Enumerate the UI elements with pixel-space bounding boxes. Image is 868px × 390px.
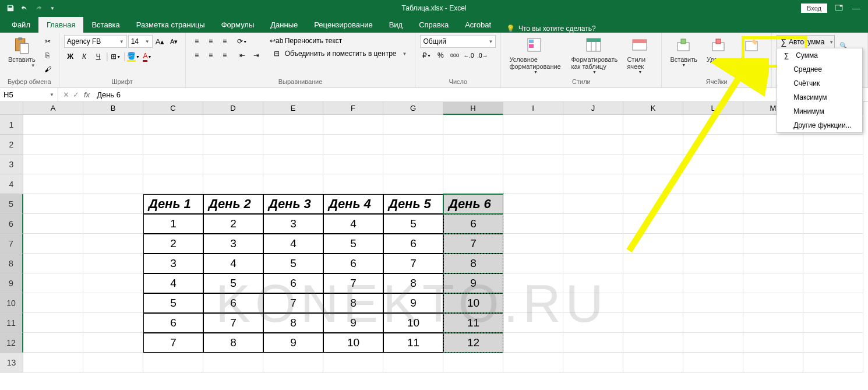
cell-D10[interactable]: 6 — [203, 293, 263, 313]
cell-I8[interactable] — [503, 254, 563, 273]
cell-A2[interactable] — [23, 135, 83, 154]
cell-N5[interactable] — [803, 194, 863, 214]
save-icon[interactable] — [5, 2, 16, 14]
cell-M6[interactable] — [743, 214, 803, 234]
row-header-5[interactable]: 5 — [0, 194, 23, 214]
cell-B13[interactable] — [83, 353, 143, 373]
min-menu-item[interactable]: Минимум — [777, 104, 862, 118]
cell-C1[interactable] — [143, 115, 203, 135]
cell-E2[interactable] — [263, 135, 323, 154]
cell-N11[interactable] — [803, 313, 863, 333]
cell-N12[interactable] — [803, 333, 863, 353]
increase-decimal-icon[interactable]: ←.0 — [462, 49, 475, 62]
column-header-K[interactable]: K — [623, 102, 683, 115]
increase-indent-icon[interactable]: ⇥ — [250, 49, 263, 62]
align-middle-icon[interactable]: ≡ — [204, 35, 217, 48]
align-bottom-icon[interactable]: ≡ — [218, 35, 231, 48]
cell-F11[interactable]: 9 — [323, 313, 383, 333]
cell-B5[interactable] — [83, 194, 143, 214]
cell-M9[interactable] — [743, 273, 803, 293]
cell-A4[interactable] — [23, 174, 83, 194]
cell-M7[interactable] — [743, 234, 803, 254]
column-header-B[interactable]: B — [83, 102, 143, 115]
italic-button[interactable]: К — [78, 50, 91, 63]
cell-E1[interactable] — [263, 115, 323, 135]
qat-dropdown-icon[interactable]: ▼ — [47, 2, 58, 14]
tab-home[interactable]: Главная — [38, 17, 83, 33]
cell-I13[interactable] — [503, 353, 563, 373]
row-header-1[interactable]: 1 — [0, 115, 23, 135]
ribbon-options-icon[interactable] — [833, 2, 845, 14]
cell-D11[interactable]: 7 — [203, 313, 263, 333]
cell-K7[interactable] — [623, 234, 683, 254]
cell-K12[interactable] — [623, 333, 683, 353]
cell-I6[interactable] — [503, 214, 563, 234]
column-header-A[interactable]: A — [23, 102, 83, 115]
redo-icon[interactable] — [33, 2, 44, 14]
cell-M12[interactable] — [743, 333, 803, 353]
cell-C4[interactable] — [143, 174, 203, 194]
cell-D12[interactable]: 8 — [203, 333, 263, 353]
cell-L11[interactable] — [683, 313, 743, 333]
autosum-button[interactable]: ∑ Автосумма ▼ — [777, 35, 835, 49]
cell-E8[interactable]: 5 — [263, 254, 323, 273]
cell-A13[interactable] — [23, 353, 83, 373]
cell-J8[interactable] — [563, 254, 623, 273]
cell-B10[interactable] — [83, 293, 143, 313]
cell-B4[interactable] — [83, 174, 143, 194]
cell-I11[interactable] — [503, 313, 563, 333]
cell-H1[interactable] — [443, 115, 503, 135]
font-size-combo[interactable]: 14▼ — [128, 35, 153, 48]
cell-B11[interactable] — [83, 313, 143, 333]
font-color-icon[interactable]: A▼ — [141, 50, 154, 63]
cell-D2[interactable] — [203, 135, 263, 154]
cell-I10[interactable] — [503, 293, 563, 313]
cell-K1[interactable] — [623, 115, 683, 135]
cell-G6[interactable]: 5 — [383, 214, 443, 234]
cut-icon[interactable]: ✂ — [41, 35, 54, 48]
cell-N7[interactable] — [803, 234, 863, 254]
align-right-icon[interactable]: ≡ — [218, 49, 231, 62]
cell-F7[interactable]: 5 — [323, 234, 383, 254]
cell-G7[interactable]: 6 — [383, 234, 443, 254]
cell-N13[interactable] — [803, 353, 863, 373]
align-center-icon[interactable]: ≡ — [204, 49, 217, 62]
cell-B8[interactable] — [83, 254, 143, 273]
cell-H2[interactable] — [443, 135, 503, 154]
cell-B3[interactable] — [83, 154, 143, 174]
tab-help[interactable]: Справка — [411, 17, 457, 33]
cell-L8[interactable] — [683, 254, 743, 273]
cell-G1[interactable] — [383, 115, 443, 135]
cell-H9[interactable]: 9 — [443, 273, 503, 293]
column-header-J[interactable]: J — [563, 102, 623, 115]
cell-E12[interactable]: 9 — [263, 333, 323, 353]
cell-L12[interactable] — [683, 333, 743, 353]
tab-acrobat[interactable]: Acrobat — [457, 17, 499, 33]
cell-F8[interactable]: 6 — [323, 254, 383, 273]
row-header-11[interactable]: 11 — [0, 313, 23, 333]
cell-C11[interactable]: 6 — [143, 313, 203, 333]
row-header-2[interactable]: 2 — [0, 135, 23, 154]
tab-view[interactable]: Вид — [381, 17, 411, 33]
cell-K6[interactable] — [623, 214, 683, 234]
cell-K13[interactable] — [623, 353, 683, 373]
percent-icon[interactable]: % — [434, 49, 447, 62]
cell-C12[interactable]: 7 — [143, 333, 203, 353]
cell-C13[interactable] — [143, 353, 203, 373]
cell-J7[interactable] — [563, 234, 623, 254]
undo-icon[interactable] — [19, 2, 30, 14]
cell-A6[interactable] — [23, 214, 83, 234]
formula-input[interactable]: День 6 — [94, 90, 868, 99]
cell-H8[interactable]: 8 — [443, 254, 503, 273]
accept-formula-icon[interactable]: ✓ — [73, 90, 79, 99]
paste-button[interactable]: Вставить ▼ — [5, 35, 39, 69]
cell-F6[interactable]: 4 — [323, 214, 383, 234]
cell-N6[interactable] — [803, 214, 863, 234]
decrease-font-icon[interactable]: A▾ — [168, 35, 181, 48]
orientation-icon[interactable]: ⟳▼ — [236, 35, 249, 48]
cell-H6[interactable]: 6 — [443, 214, 503, 234]
cell-C9[interactable]: 4 — [143, 273, 203, 293]
cell-L3[interactable] — [683, 154, 743, 174]
cell-I12[interactable] — [503, 333, 563, 353]
cell-J13[interactable] — [563, 353, 623, 373]
